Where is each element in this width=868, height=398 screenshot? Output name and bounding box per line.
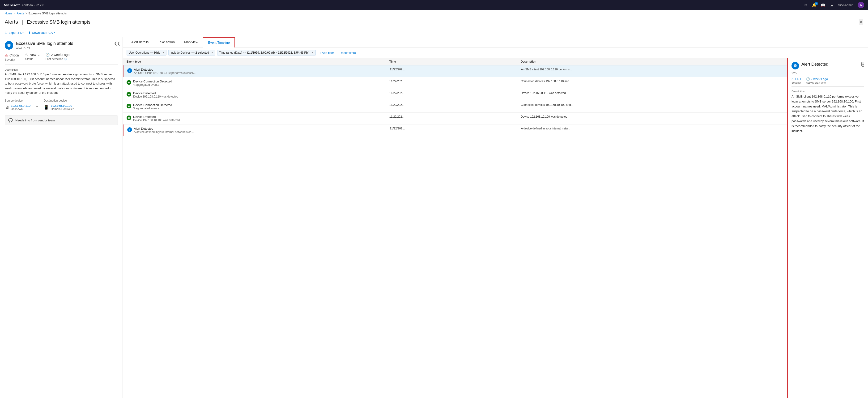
- breadcrumb-home[interactable]: Home: [5, 12, 12, 15]
- time-icon: 🕐: [45, 53, 50, 57]
- dest-device-info: 📱 192.168.10.100 Domain Controller: [44, 104, 74, 111]
- col-event-type: Event type: [127, 60, 390, 63]
- main-content: ❮❮ ! Excessive SMB login attempts Alert …: [0, 37, 868, 398]
- alert-id: Alert ID: 21: [16, 47, 73, 50]
- breadcrumb-alerts[interactable]: Alerts: [17, 12, 24, 15]
- shield-icon: !: [127, 68, 132, 73]
- device-icon: ■: [127, 116, 131, 120]
- book-icon[interactable]: 📖: [821, 3, 826, 7]
- event-type-info: Device Detected Device 192.168.0.110 was…: [133, 91, 178, 98]
- detection-label-value: 2 weeks ago: [51, 53, 70, 57]
- event-type-cell: ■ Device Connection Detected 3 aggregate…: [127, 103, 390, 110]
- download-pcap-button[interactable]: ⬇ Download PCAP: [28, 30, 55, 35]
- table-row[interactable]: ■ Device Detected Device 192.168.0.110 w…: [123, 89, 787, 101]
- filter-chip-user-operations: User Operations == Hide ✕: [127, 50, 166, 56]
- source-device-ip[interactable]: 192.168.0.110: [11, 104, 30, 108]
- event-type-sub: 4 aggregated events: [133, 83, 172, 87]
- breadcrumb-sep1: >: [14, 12, 16, 15]
- filter-time-range-close[interactable]: ✕: [311, 51, 314, 54]
- detail-description-label: Description: [792, 90, 864, 93]
- event-table-header: Event type Time Description: [123, 58, 787, 65]
- user-avatar[interactable]: A: [858, 2, 864, 8]
- notifications-icon[interactable]: 🔔 0: [812, 3, 816, 7]
- export-pdf-button[interactable]: ⬇ Export PDF: [5, 30, 24, 35]
- event-type-sub: Device 192.168.10.100 was detected: [133, 119, 180, 122]
- shield-icon: !: [127, 127, 132, 132]
- collapse-button[interactable]: ❮❮: [114, 41, 120, 45]
- event-type-sub: An SMB client 192.168.0.110 performs exc…: [134, 71, 196, 74]
- detail-time-label: Activity start time: [806, 81, 828, 84]
- event-type-name: Alert Detected: [134, 68, 196, 71]
- devices-arrow-icon: →: [35, 104, 39, 109]
- settings-icon[interactable]: ⚙: [804, 3, 808, 7]
- table-row[interactable]: ! Alert Detected An SMB client 192.168.0…: [123, 65, 787, 77]
- event-time: 11/22/202...: [390, 91, 521, 95]
- tab-map-view[interactable]: Map view: [180, 37, 203, 48]
- version-label: contoso - 22.2.6: [22, 3, 44, 7]
- add-filter-button[interactable]: + Add filter: [318, 50, 336, 56]
- table-row[interactable]: ■ Device Connection Detected 3 aggregate…: [123, 101, 787, 113]
- status-label-value: New: [30, 53, 36, 57]
- filter-bar: User Operations == Hide ✕ Include Device…: [123, 48, 868, 58]
- table-row[interactable]: ■ Device Connection Detected 4 aggregate…: [123, 77, 787, 89]
- tab-take-action[interactable]: Take action: [153, 37, 180, 48]
- device-icon: ■: [127, 80, 131, 85]
- tab-event-timeline[interactable]: Event Timeline: [203, 37, 235, 48]
- tab-alert-details[interactable]: Alert details: [127, 37, 153, 48]
- microsoft-logo: Microsoft: [4, 3, 20, 7]
- event-desc: A device defined in your internal netw..…: [521, 127, 783, 130]
- source-device-label: Source device: [5, 99, 30, 102]
- tabs: Alert details Take action Map view Event…: [123, 37, 868, 48]
- detail-time-icon: 🕐: [806, 77, 810, 81]
- event-table-container: Event type Time Description ! Alert Dete…: [123, 58, 868, 398]
- download-icon: ⬇: [5, 31, 7, 34]
- source-device-type: Unknown: [11, 108, 30, 111]
- export-pdf-label: Export PDF: [8, 31, 24, 34]
- filter-user-ops-close[interactable]: ✕: [162, 51, 164, 54]
- description-section: Description An SMB client 192.168.0.110 …: [5, 68, 118, 95]
- dest-device-type: Domain Controller: [51, 108, 74, 111]
- event-type-sub: Device 192.168.0.110 was detected: [133, 95, 178, 98]
- detail-severity-label: Severity: [792, 81, 801, 84]
- table-row[interactable]: ■ Device Detected Device 192.168.10.100 …: [123, 113, 787, 124]
- dest-device-details: 192.168.10.100 Domain Controller: [51, 104, 74, 111]
- event-type-info: Device Connection Detected 3 aggregated …: [133, 103, 172, 110]
- event-type-cell: ■ Device Connection Detected 4 aggregate…: [127, 80, 390, 87]
- event-desc: Connected devices 192.168.10.100 and...: [521, 103, 783, 106]
- cloud-icon[interactable]: ☁: [830, 3, 834, 7]
- page-title: Alerts: [5, 19, 18, 25]
- detection-item: 🕐 2 weeks ago Last detection ⓘ: [45, 53, 70, 61]
- event-type-name: Device Connection Detected: [133, 103, 172, 107]
- filter-chip-time-range: Time range (Date) == (1/1/1970, 2:00:00 …: [217, 50, 316, 56]
- event-time: 11/22/202...: [390, 68, 521, 71]
- detail-time-item: 🕐 2 weeks ago Activity start time: [806, 77, 828, 84]
- page-header-divider: |: [22, 19, 23, 25]
- dest-device-label: Destination device: [44, 99, 74, 102]
- severity-label-value: Critical: [9, 53, 20, 57]
- table-row[interactable]: ! Alert Detected A device defined in you…: [123, 124, 787, 136]
- detail-title-block: Alert Detected: [801, 62, 828, 67]
- dest-device-ip[interactable]: 192.168.10.100: [51, 104, 74, 108]
- detail-expand-button[interactable]: »: [861, 62, 864, 67]
- filter-include-devices-close[interactable]: ✕: [211, 51, 213, 54]
- reset-filters-button[interactable]: Reset filters: [338, 50, 358, 56]
- event-type-name: Alert Detected: [134, 127, 194, 130]
- severity-item: ⚠ Critical Severity: [5, 53, 20, 61]
- detail-title: Alert Detected: [801, 62, 828, 67]
- status-chevron-icon[interactable]: ⌄: [38, 53, 40, 57]
- alert-header: ! Excessive SMB login attempts Alert ID:…: [5, 41, 118, 50]
- filter-include-devices-text: Include Devices == 2 selected: [170, 51, 209, 54]
- filter-user-ops-text: User Operations == Hide: [129, 51, 160, 54]
- filter-chip-include-devices: Include Devices == 2 selected ✕: [168, 50, 215, 56]
- info-icon: ⓘ: [64, 58, 67, 60]
- close-button[interactable]: ✕: [859, 19, 863, 25]
- page-subtitle: Excessive SMB login attempts: [27, 19, 90, 25]
- event-desc: Device 192.168.0.110 was detected: [521, 91, 783, 95]
- detail-panel: ! Alert Detected » 225 ALERT Severity: [788, 58, 868, 398]
- description-section-label: Description: [5, 68, 118, 71]
- chat-icon: 💬: [8, 118, 13, 123]
- status-item: ☉ New ⌄ Status: [25, 53, 40, 61]
- event-type-cell: ■ Device Detected Device 192.168.0.110 w…: [127, 91, 390, 98]
- device-icon: ■: [127, 104, 131, 109]
- dest-device-block: Destination device 📱 192.168.10.100 Doma…: [44, 99, 74, 111]
